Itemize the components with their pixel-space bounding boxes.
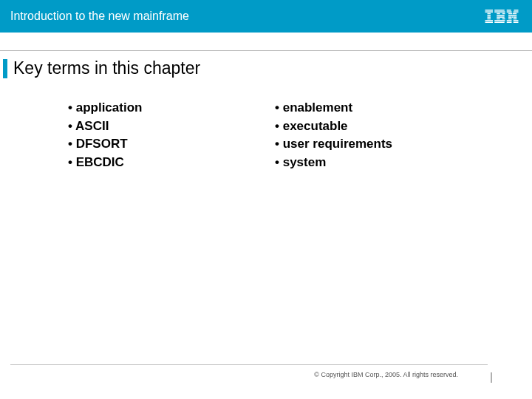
svg-rect-3 bbox=[488, 15, 491, 16]
svg-rect-12 bbox=[497, 15, 505, 16]
svg-rect-7 bbox=[485, 22, 494, 24]
term-label: ASCII bbox=[75, 119, 109, 133]
svg-rect-24 bbox=[508, 15, 516, 16]
slide-footer: © Copyright IBM Corp., 2005. All rights … bbox=[0, 364, 532, 378]
list-item: • user requirements bbox=[275, 135, 482, 154]
svg-rect-27 bbox=[514, 16, 517, 18]
list-item: • enablement bbox=[275, 99, 482, 117]
svg-rect-29 bbox=[514, 18, 517, 20]
svg-rect-30 bbox=[507, 20, 512, 21]
copyright-text: © Copyright IBM Corp., 2005. All rights … bbox=[10, 371, 488, 378]
svg-rect-14 bbox=[497, 18, 500, 20]
term-label: executable bbox=[283, 119, 348, 133]
slide: Introduction to the new mainframe bbox=[0, 0, 532, 399]
svg-rect-16 bbox=[494, 20, 505, 21]
list-item: • DFSORT bbox=[68, 135, 275, 154]
title-row: Key terms in this chapter bbox=[0, 58, 532, 78]
accent-bar bbox=[3, 59, 7, 78]
svg-rect-19 bbox=[514, 10, 519, 11]
svg-rect-32 bbox=[507, 22, 512, 24]
svg-rect-10 bbox=[497, 13, 500, 15]
svg-rect-28 bbox=[508, 18, 512, 20]
svg-rect-9 bbox=[494, 11, 505, 13]
terms-left-column: • application • ASCII • DFSORT • EBCDIC bbox=[68, 99, 275, 172]
svg-rect-20 bbox=[507, 11, 512, 13]
list-item: • system bbox=[275, 154, 482, 172]
svg-rect-25 bbox=[508, 16, 512, 18]
list-item: • application bbox=[68, 99, 275, 117]
svg-rect-18 bbox=[507, 10, 511, 11]
svg-rect-31 bbox=[514, 20, 519, 21]
footer-tick-icon bbox=[491, 372, 492, 383]
term-label: user requirements bbox=[283, 137, 392, 151]
svg-rect-2 bbox=[488, 13, 491, 15]
term-label: EBCDIC bbox=[76, 155, 124, 169]
svg-rect-23 bbox=[513, 13, 516, 15]
terms-right-column: • enablement • executable • user require… bbox=[275, 99, 482, 172]
divider bbox=[0, 50, 532, 51]
list-item: • executable bbox=[275, 117, 482, 136]
svg-rect-26 bbox=[512, 16, 514, 18]
svg-rect-4 bbox=[488, 16, 491, 18]
chapter-title: Key terms in this chapter bbox=[13, 58, 200, 78]
svg-rect-6 bbox=[485, 20, 494, 21]
list-item: • EBCDIC bbox=[68, 154, 275, 172]
term-label: DFSORT bbox=[76, 137, 128, 151]
ibm-logo-icon bbox=[485, 10, 519, 23]
svg-rect-21 bbox=[514, 11, 519, 13]
svg-rect-1 bbox=[485, 11, 494, 13]
slide-header: Introduction to the new mainframe bbox=[0, 0, 532, 33]
divider bbox=[10, 364, 488, 365]
svg-rect-11 bbox=[502, 13, 505, 15]
term-label: enablement bbox=[283, 100, 352, 115]
list-item: • ASCII bbox=[68, 117, 275, 136]
header-title: Introduction to the new mainframe bbox=[10, 10, 189, 23]
svg-rect-8 bbox=[494, 10, 505, 11]
svg-rect-0 bbox=[485, 10, 494, 11]
terms-columns: • application • ASCII • DFSORT • EBCDIC … bbox=[0, 99, 532, 172]
svg-rect-15 bbox=[502, 18, 505, 20]
svg-rect-5 bbox=[488, 18, 491, 20]
svg-rect-22 bbox=[508, 13, 512, 15]
ibm-logo-icon bbox=[485, 10, 519, 23]
svg-rect-13 bbox=[497, 16, 505, 18]
svg-rect-17 bbox=[494, 22, 505, 24]
term-label: application bbox=[76, 100, 143, 115]
svg-rect-33 bbox=[514, 22, 519, 24]
term-label: system bbox=[283, 155, 327, 169]
